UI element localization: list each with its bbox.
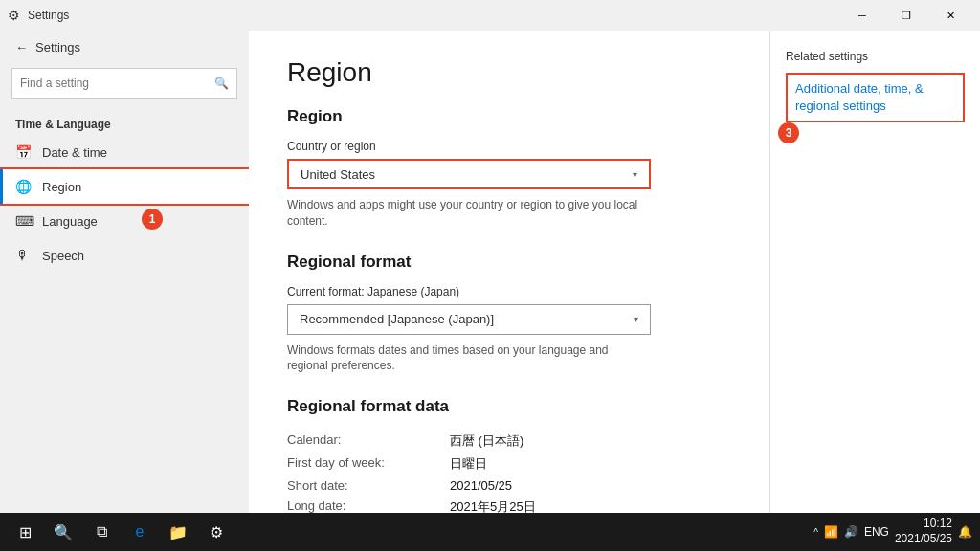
sidebar-item-label-region: Region — [42, 180, 81, 194]
restore-button[interactable]: ❐ — [884, 0, 928, 31]
format-section-title: Regional format — [287, 253, 731, 272]
table-row: Calendar:西暦 (日本語) — [287, 430, 731, 452]
sidebar: ← Settings 🔍 Time & Language 📅 Date & ti… — [0, 31, 249, 513]
format-key: Short date: — [287, 478, 412, 493]
table-row: Long date:2021年5月25日 — [287, 496, 731, 513]
close-button[interactable]: ✕ — [928, 0, 972, 31]
format-dropdown[interactable]: Recommended [Japanese (Japan)] ▾ — [287, 304, 651, 335]
notification-icon[interactable]: 🔔 — [958, 525, 972, 539]
sidebar-item-label-speech: Speech — [42, 249, 84, 263]
current-format-label: Current format: Japanese (Japan) — [287, 285, 731, 298]
sidebar-item-label-language: Language — [42, 214, 98, 229]
country-field-label: Country or region — [287, 140, 731, 153]
minimize-button[interactable]: ─ — [840, 0, 884, 31]
sidebar-item-speech[interactable]: 🎙 Speech — [0, 238, 249, 273]
search-input[interactable] — [20, 77, 209, 90]
title-bar: ⚙ Settings ─ ❐ ✕ — [0, 0, 980, 31]
sidebar-item-region[interactable]: 🌐 Region — [0, 169, 249, 204]
taskbar-right: ^ 📶 🔊 ENG 10:12 2021/05/25 🔔 — [813, 517, 972, 546]
format-section: Regional format Current format: Japanese… — [287, 253, 731, 375]
taskbar-left: ⊞ 🔍 ⧉ e 📁 ⚙ — [8, 515, 234, 549]
country-helper-text: Windows and apps might use your country … — [287, 197, 651, 230]
format-value: 2021/05/25 — [450, 478, 512, 493]
task-view-button[interactable]: ⧉ — [84, 515, 119, 549]
format-chevron-down-icon: ▾ — [634, 314, 638, 324]
additional-settings-link[interactable]: Additional date, time, & regional settin… — [786, 73, 965, 122]
chevron-down-icon: ▾ — [633, 169, 637, 180]
taskbar: ⊞ 🔍 ⧉ e 📁 ⚙ ^ 📶 🔊 ENG 10:12 2021/05/25 🔔 — [0, 513, 980, 551]
format-key: Calendar: — [287, 432, 412, 450]
volume-icon: 🔊 — [844, 525, 858, 539]
region-icon: 🌐 — [15, 179, 31, 194]
search-taskbar-button[interactable]: 🔍 — [46, 515, 80, 549]
badge-3: 3 — [778, 122, 799, 143]
back-icon: ← — [15, 40, 28, 55]
page-title: Region — [287, 57, 731, 88]
format-helper-text: Windows formats dates and times based on… — [287, 342, 651, 375]
main-content: 1 2 Region Region Country or region Unit… — [249, 31, 769, 513]
taskbar-time-value: 10:12 — [895, 517, 952, 532]
back-button[interactable]: ← Settings — [0, 31, 249, 64]
search-box[interactable]: 🔍 — [11, 68, 237, 99]
settings-taskbar-icon[interactable]: ⚙ — [199, 515, 234, 549]
format-dropdown-value: Recommended [Japanese (Japan)] — [300, 312, 494, 326]
language-icon: ⌨ — [15, 213, 31, 229]
network-icon: 📶 — [824, 525, 838, 539]
table-row: Short date:2021/05/25 — [287, 475, 731, 496]
lang-indicator: ENG — [864, 525, 889, 539]
sidebar-item-label-date-time: Date & time — [42, 145, 107, 160]
format-value: 日曜日 — [450, 455, 487, 473]
settings-icon: ⚙ — [8, 8, 20, 23]
format-key: Long date: — [287, 498, 412, 513]
country-dropdown-value: United States — [301, 167, 375, 182]
sidebar-item-date-time[interactable]: 📅 Date & time — [0, 135, 249, 169]
taskbar-clock: 10:12 2021/05/25 — [895, 517, 952, 546]
speech-icon: 🎙 — [15, 248, 31, 263]
sidebar-item-language[interactable]: ⌨ Language — [0, 204, 249, 238]
edge-icon[interactable]: e — [122, 515, 157, 549]
right-panel: 3 Related settings Additional date, time… — [769, 31, 980, 513]
taskbar-date-value: 2021/05/25 — [895, 532, 952, 547]
system-tray-chevron[interactable]: ^ — [813, 527, 818, 538]
format-value: 2021年5月25日 — [450, 498, 536, 513]
format-data-table: Calendar:西暦 (日本語)First day of week:日曜日Sh… — [287, 430, 731, 513]
title-bar-left: ⚙ Settings — [8, 8, 69, 23]
search-icon: 🔍 — [214, 77, 229, 90]
region-section: Region Country or region United States ▾… — [287, 107, 731, 230]
title-bar-title: Settings — [28, 9, 69, 22]
app-body: ← Settings 🔍 Time & Language 📅 Date & ti… — [0, 31, 980, 513]
country-dropdown[interactable]: United States ▾ — [287, 159, 651, 189]
format-value: 西暦 (日本語) — [450, 432, 523, 450]
title-bar-controls: ─ ❐ ✕ — [840, 0, 972, 31]
sidebar-section-label: Time & Language — [0, 110, 249, 135]
table-row: First day of week:日曜日 — [287, 452, 731, 475]
related-settings-title: Related settings — [786, 50, 965, 63]
region-section-title: Region — [287, 107, 731, 126]
start-button[interactable]: ⊞ — [8, 515, 42, 549]
format-data-section: Regional format data Calendar:西暦 (日本語)Fi… — [287, 397, 731, 513]
explorer-icon[interactable]: 📁 — [161, 515, 195, 549]
format-key: First day of week: — [287, 455, 412, 473]
date-time-icon: 📅 — [15, 144, 31, 160]
back-label: Settings — [35, 40, 80, 55]
format-data-title: Regional format data — [287, 397, 731, 416]
